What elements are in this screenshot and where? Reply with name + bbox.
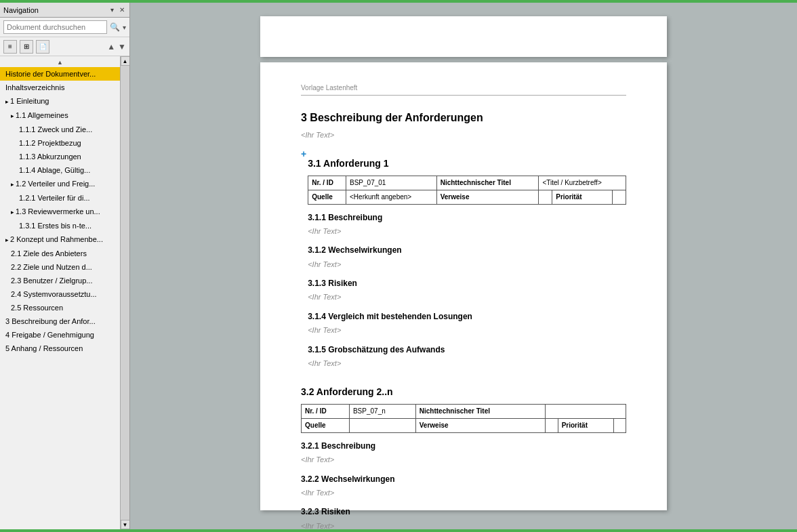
cell2-quelle-value [349, 418, 415, 432]
nav-title: Navigation [3, 6, 39, 14]
tree-item-2-5[interactable]: 2.5 Ressourcen [0, 301, 120, 314]
cell-nichttechnisch-label: Nichttechnischer Titel [436, 176, 539, 190]
main-page: Vorlage Lastenheft 3 Beschreibung der An… [260, 62, 667, 510]
scroll-down-btn[interactable]: ▼ [121, 520, 130, 529]
sub313-heading: 3.1.3 Risiken [308, 277, 626, 290]
scroll-up-btn[interactable]: ▲ [121, 56, 130, 66]
sub321-placeholder: <Ihr Text> [301, 454, 626, 466]
nav-search-bar: 🔍 ▾ [0, 18, 129, 37]
sub314-heading: 3.1.4 Vergleich mit bestehenden Losungen [308, 310, 626, 323]
tree-item-2[interactable]: ▸2 Konzept und Rahmenbe... [0, 232, 120, 247]
cell-quelle-label: Quelle [308, 190, 346, 204]
tree-item-2-2[interactable]: 2.2 Ziele und Nutzen d... [0, 260, 120, 274]
sub322-heading: 3.2.2 Wechselwirkungen [301, 473, 626, 486]
cell2-nichttechnisch-value [546, 404, 626, 418]
section3-placeholder: <Ihr Text> [301, 129, 626, 142]
section31-content: 3.1 Anforderung 1 Nr. / ID BSP_07_01 Nic… [308, 146, 626, 375]
section31-heading: 3.1 Anforderung 1 [308, 156, 626, 171]
table2-row-1: Nr. / ID BSP_07_n Nichttechnischer Titel [302, 404, 626, 418]
toolbar-page-btn[interactable]: 📄 [36, 40, 49, 54]
toolbar-down-btn[interactable]: ▼ [118, 42, 126, 52]
toolbar-up-btn[interactable]: ▲ [107, 42, 115, 52]
sub322-placeholder: <Ihr Text> [301, 487, 626, 499]
table2-row-2: Quelle Verweise Priorität [302, 418, 626, 432]
tree-arrow-1-2: ▸ [11, 179, 14, 190]
sub321-heading: 3.2.1 Beschreibung [301, 440, 626, 453]
tree-item-history[interactable]: Historie der Dokumentver... [0, 67, 120, 81]
tree-item-1-2[interactable]: ▸1.2 Verteiler und Freig... [0, 177, 120, 191]
tree-item-1-1[interactable]: ▸1.1 Allgemeines [0, 108, 120, 123]
cell-prioritaet-value [613, 190, 626, 204]
page-header: Vorlage Lastenheft [301, 83, 626, 96]
tree-arrow-1: ▸ [5, 96, 9, 107]
cell2-prioritaet-value [613, 418, 626, 432]
cell2-verweise-value [546, 418, 558, 432]
table-row-2: Quelle <Herkunft angeben> Verweise Prior… [308, 190, 626, 204]
cell2-nr-label: Nr. / ID [302, 404, 350, 418]
cell-quelle-value: <Herkunft angeben> [346, 190, 437, 204]
cell2-nr-value: BSP_07_n [349, 404, 415, 418]
tree-item-1-1-4[interactable]: 1.1.4 Ablage, Gültig... [0, 163, 120, 177]
tree-item-3[interactable]: 3 Beschreibung der Anfor... [0, 314, 120, 328]
doc-content: 3 Beschreibung der Anforderungen <Ihr Te… [301, 109, 626, 529]
tree-item-1-1-3[interactable]: 1.1.3 Abkurzungen [0, 150, 120, 163]
nav-pin-btn[interactable]: ▾ [109, 6, 115, 14]
tree-item-5[interactable]: 5 Anhang / Ressourcen [0, 342, 120, 355]
tree-item-1[interactable]: ▸1 Einleitung [0, 94, 120, 108]
tree-item-2-3[interactable]: 2.3 Benutzer / Zielgrup... [0, 274, 120, 287]
nav-scrollbar-area: ▲ Historie der Dokumentver... Inhaltsver… [0, 56, 129, 529]
sub323-placeholder: <Ihr Text> [301, 520, 626, 529]
page-header-text: Vorlage Lastenheft [301, 84, 357, 91]
page-top-partial [260, 16, 667, 57]
sub313-placeholder: <Ihr Text> [308, 291, 626, 304]
tree-item-1-1-2[interactable]: 1.1.2 Projektbezug [0, 136, 120, 150]
search-dropdown-icon[interactable]: ▾ [123, 24, 126, 31]
section31-anchor: + 3.1 Anforderung 1 Nr. / ID BSP_07_01 N… [301, 146, 626, 375]
tree-item-1-3[interactable]: ▸1.3 Reviewvermerke un... [0, 205, 120, 219]
anchor-plus-31[interactable]: + [301, 146, 306, 161]
tree-arrow-1-1: ▸ [11, 110, 14, 121]
tree-item-2-1[interactable]: 2.1 Ziele des Anbieters [0, 247, 120, 260]
tree-item-1-1-1[interactable]: 1.1.1 Zweck und Zie... [0, 123, 120, 136]
table-anforderung1: Nr. / ID BSP_07_01 Nichttechnischer Tite… [308, 176, 626, 205]
sub311-heading: 3.1.1 Beschreibung [308, 211, 626, 224]
search-input[interactable] [3, 20, 107, 34]
section32-heading: 3.2 Anforderung 2..n [301, 384, 626, 399]
bottom-border [0, 529, 797, 532]
sub315-heading: 3.1.5 Grobschätzung des Aufwands [308, 344, 626, 356]
cell2-verweise-label: Verweise [415, 418, 546, 432]
tree-item-1-2-1[interactable]: 1.2.1 Verteiler für di... [0, 191, 120, 205]
cell2-quelle-label: Quelle [302, 418, 350, 432]
cell-nichttechnisch-value: <Titel / Kurzbetreff> [539, 176, 626, 190]
nav-close-btn[interactable]: ✕ [118, 6, 126, 14]
cell-prioritaet-label: Priorität [552, 190, 613, 204]
tree-item-inhaltsverzeichnis[interactable]: Inhaltsverzeichnis [0, 81, 120, 94]
cell-verweise-label: Verweise [436, 190, 539, 204]
toolbar-grid-btn[interactable]: ⊞ [20, 40, 33, 54]
nav-scrollbar[interactable]: ▲ ▼ [120, 56, 129, 529]
sub311-placeholder: <Ihr Text> [308, 226, 626, 238]
nav-toolbar: ≡ ⊞ 📄 ▲ ▼ [0, 37, 129, 56]
toolbar-list-btn[interactable]: ≡ [3, 40, 17, 54]
nav-panel: Navigation ▾ ✕ 🔍 ▾ ≡ ⊞ 📄 ▲ ▼ ▲ [0, 3, 130, 529]
sub312-placeholder: <Ihr Text> [308, 259, 626, 271]
app-container: Navigation ▾ ✕ 🔍 ▾ ≡ ⊞ 📄 ▲ ▼ ▲ [0, 3, 797, 529]
sub315-placeholder: <Ihr Text> [308, 358, 626, 370]
nav-header: Navigation ▾ ✕ [0, 3, 129, 18]
tree-arrow-2: ▸ [5, 234, 9, 245]
section3-heading: 3 Beschreibung der Anforderungen [301, 109, 626, 127]
sub314-placeholder: <Ihr Text> [308, 325, 626, 337]
table-row-1: Nr. / ID BSP_07_01 Nichttechnischer Tite… [308, 176, 626, 190]
tree-item-1-3-1[interactable]: 1.3.1 Erstes bis n-te... [0, 219, 120, 232]
search-icon[interactable]: 🔍 [110, 22, 120, 32]
tree-arrow-1-3: ▸ [11, 207, 14, 218]
cell2-nichttechnisch-label: Nichttechnischer Titel [415, 404, 546, 418]
cell2-prioritaet-label: Priorität [558, 418, 613, 432]
sub323-heading: 3.2.3 Risiken [301, 506, 626, 518]
tree-item-4[interactable]: 4 Freigabe / Genehmigung [0, 328, 120, 342]
tree-item-2-4[interactable]: 2.4 Systemvoraussetztu... [0, 287, 120, 301]
nav-header-controls: ▾ ✕ [109, 6, 126, 14]
cell-verweise-value [539, 190, 552, 204]
tree-scroll-up[interactable]: ▲ [0, 58, 120, 67]
cell-nr-value: BSP_07_01 [346, 176, 437, 190]
